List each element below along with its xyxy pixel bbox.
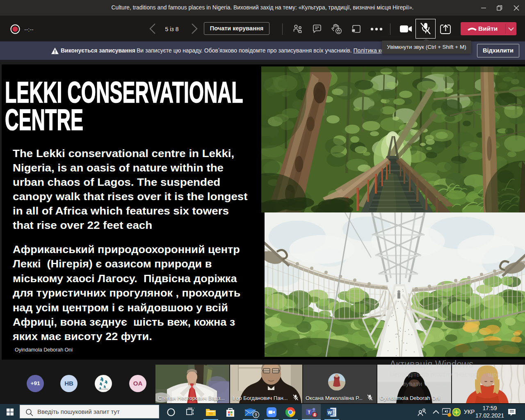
- svg-text:T: T: [308, 410, 310, 415]
- svg-text:The Butterfly Effect: The Butterfly Effect: [98, 388, 108, 390]
- svg-text:9: 9: [255, 412, 257, 417]
- svg-text:W: W: [328, 410, 332, 415]
- svg-text:4: 4: [313, 413, 316, 417]
